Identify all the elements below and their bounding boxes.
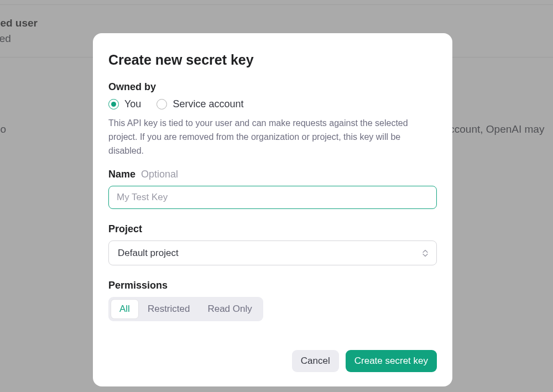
owned-by-help-text: This API key is tied to your user and ca… (108, 117, 437, 158)
create-secret-key-modal: Create new secret key Owned by You Servi… (93, 33, 452, 386)
create-secret-key-button[interactable]: Create secret key (346, 350, 437, 372)
cancel-button[interactable]: Cancel (292, 350, 339, 372)
name-optional-hint: Optional (141, 169, 178, 180)
name-label: Name (108, 169, 135, 180)
owned-by-radio-group: You Service account (108, 98, 437, 110)
project-label: Project (108, 223, 437, 235)
owned-by-you-label: You (124, 98, 141, 110)
project-select[interactable]: Default project (108, 241, 437, 265)
permissions-segmented-control: All Restricted Read Only (108, 297, 263, 321)
radio-selected-icon (108, 99, 119, 109)
owned-by-you-option[interactable]: You (108, 98, 141, 110)
owned-by-service-account-label: Service account (173, 98, 243, 110)
owned-by-service-account-option[interactable]: Service account (156, 98, 243, 110)
project-selected-value: Default project (118, 248, 179, 259)
modal-title: Create new secret key (108, 52, 437, 68)
radio-unselected-icon (156, 99, 167, 109)
modal-footer: Cancel Create secret key (108, 350, 437, 372)
permissions-restricted-button[interactable]: Restricted (139, 299, 199, 319)
owned-by-label: Owned by (108, 81, 437, 93)
permissions-all-button[interactable]: All (111, 299, 139, 319)
permissions-label: Permissions (108, 280, 437, 291)
chevron-up-down-icon (422, 249, 428, 257)
name-input[interactable] (108, 186, 437, 209)
permissions-read-only-button[interactable]: Read Only (199, 299, 260, 319)
